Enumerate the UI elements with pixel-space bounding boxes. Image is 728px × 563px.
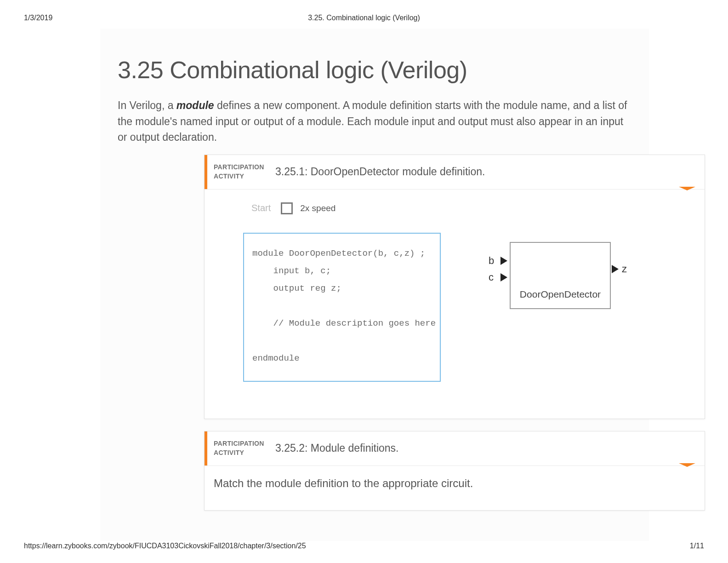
svg-marker-0: [679, 187, 695, 190]
port-label-b: b: [489, 255, 494, 267]
start-button[interactable]: Start: [251, 203, 271, 213]
code-diagram-row: module DoorOpenDetector(b, c,z) ; input …: [243, 233, 694, 382]
module-box-label: DoorOpenDetector: [520, 289, 601, 300]
activity-title-1: 3.25.1: DoorOpenDetector module definiti…: [275, 166, 485, 178]
collapse-icon[interactable]: [679, 463, 695, 467]
print-page: 1/11: [690, 542, 704, 550]
activity-tag: PARTICIPATION ACTIVITY: [207, 163, 275, 181]
intro-keyword: module: [176, 99, 214, 111]
speed-label: 2x speed: [300, 203, 336, 213]
print-footer: https://learn.zybooks.com/zybook/FIUCDA3…: [0, 542, 728, 550]
animation-controls: Start 2x speed: [251, 202, 694, 214]
module-diagram: b c DoorOpenDetector z: [473, 237, 629, 325]
port-label-c: c: [489, 271, 494, 283]
activity-header-2: PARTICIPATION ACTIVITY 3.25.2: Module de…: [205, 431, 705, 465]
print-url: https://learn.zybooks.com/zybook/FIUCDA3…: [24, 542, 306, 550]
port-arrow-icon: [612, 265, 619, 273]
intro-paragraph: In Verilog, a module defines a new compo…: [118, 98, 633, 145]
activity-tag-line1: PARTICIPATION: [214, 440, 264, 447]
svg-marker-1: [679, 463, 695, 467]
content-column: 3.25 Combinational logic (Verilog) In Ve…: [100, 29, 649, 541]
activity-tag-line1: PARTICIPATION: [214, 163, 264, 171]
activity-title-2: 3.25.2: Module definitions.: [275, 442, 399, 454]
activity-tag-line2: ACTIVITY: [214, 449, 244, 456]
activity-2-prompt: Match the module definition to the appro…: [214, 477, 695, 490]
print-header: 1/3/2019 3.25. Combinational logic (Veri…: [0, 14, 728, 22]
port-arrow-icon: [500, 273, 507, 282]
speed-checkbox[interactable]: [281, 202, 293, 214]
print-title: 3.25. Combinational logic (Verilog): [308, 14, 420, 22]
port-label-z: z: [622, 263, 627, 275]
activity-card-2: PARTICIPATION ACTIVITY 3.25.2: Module de…: [204, 431, 705, 511]
code-box: module DoorOpenDetector(b, c,z) ; input …: [243, 233, 441, 382]
module-box: DoorOpenDetector: [510, 242, 611, 309]
activity-body-2: Match the module definition to the appro…: [205, 465, 705, 510]
print-date: 1/3/2019: [24, 14, 52, 22]
port-arrow-icon: [500, 257, 507, 265]
page-title: 3.25 Combinational logic (Verilog): [118, 56, 633, 84]
collapse-icon[interactable]: [679, 187, 695, 190]
activity-tag-line2: ACTIVITY: [214, 172, 244, 180]
intro-before: In Verilog, a: [118, 99, 176, 111]
activity-body-1: Start 2x speed module DoorOpenDetector(b…: [205, 189, 705, 419]
activity-header-1: PARTICIPATION ACTIVITY 3.25.1: DoorOpenD…: [205, 155, 705, 189]
activity-card-1: PARTICIPATION ACTIVITY 3.25.1: DoorOpenD…: [204, 155, 705, 419]
activity-tag: PARTICIPATION ACTIVITY: [207, 439, 275, 457]
